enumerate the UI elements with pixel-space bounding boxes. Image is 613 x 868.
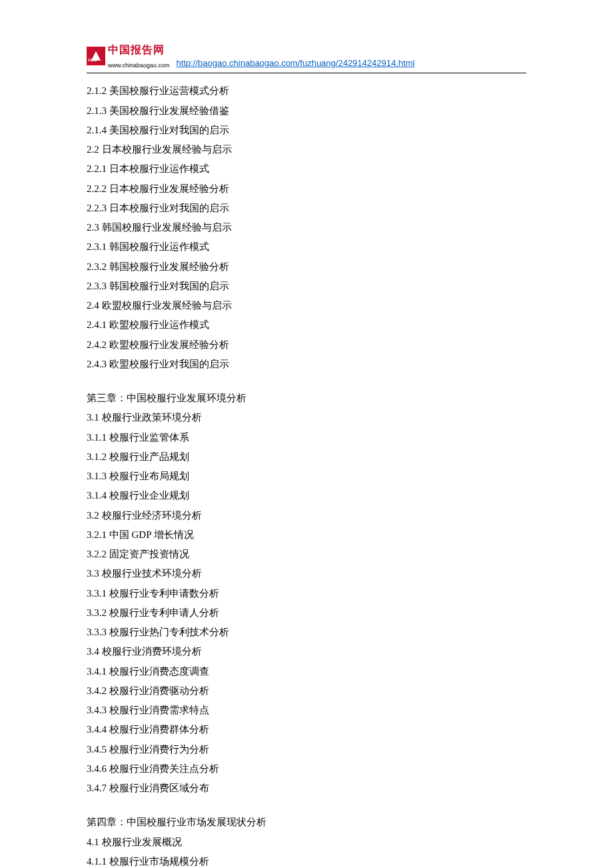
toc-item: 3.2.2 固定资产投资情况: [87, 545, 526, 564]
toc-item: 2.1.2 美国校服行业运营模式分析: [87, 81, 526, 101]
chapter-title: 第三章：中国校服行业发展环境分析: [87, 389, 526, 408]
header-link[interactable]: http://baogao.chinabaogao.com/fuzhuang/2…: [177, 55, 415, 72]
page-header: CBG 中国报告网 www.chinabaogao.com http://bao…: [87, 40, 526, 73]
logo-cbg-text: CBG: [88, 57, 97, 64]
toc-item: 2.4 欧盟校服行业发展经验与启示: [87, 296, 526, 315]
logo-subtitle: www.chinabaogao.com: [108, 60, 170, 71]
toc-item: 3.4.1 校服行业消费态度调查: [87, 662, 526, 681]
toc-item: 3.1.1 校服行业监管体系: [87, 428, 526, 447]
toc-item: 2.3.3 韩国校服行业对我国的启示: [87, 277, 526, 296]
toc-item: 2.4.2 欧盟校服行业发展经验分析: [87, 335, 526, 355]
toc-item: 3.3.2 校服行业专利申请人分析: [87, 603, 526, 623]
toc-item: 3.1.3 校服行业布局规划: [87, 467, 526, 486]
chapter-title: 第四章：中国校服行业市场发展现状分析: [87, 813, 526, 832]
logo-text-block: 中国报告网 www.chinabaogao.com: [108, 40, 170, 71]
toc-item: 3.1.2 校服行业产品规划: [87, 447, 526, 467]
toc-item: 2.2 日本校服行业发展经验与启示: [87, 140, 526, 159]
toc-item: 3.4.4 校服行业消费群体分析: [87, 720, 526, 739]
toc-item: 3.4.3 校服行业消费需求特点: [87, 701, 526, 720]
toc-item: 3.1.4 校服行业企业规划: [87, 486, 526, 505]
toc-content: 2.1.2 美国校服行业运营模式分析 2.1.3 美国校服行业发展经验借鉴 2.…: [87, 81, 526, 868]
toc-item: 2.2.3 日本校服行业对我国的启示: [87, 199, 526, 218]
toc-item: 3.4.6 校服行业消费关注点分析: [87, 759, 526, 779]
toc-item: 3.3 校服行业技术环境分析: [87, 564, 526, 583]
toc-item: 2.3 韩国校服行业发展经验与启示: [87, 218, 526, 237]
toc-item: 4.1 校服行业发展概况: [87, 833, 526, 852]
toc-item: 3.2.1 中国 GDP 增长情况: [87, 525, 526, 545]
toc-item: 3.4.2 校服行业消费驱动分析: [87, 681, 526, 701]
toc-item: 3.3.1 校服行业专利申请数分析: [87, 584, 526, 603]
toc-item: 2.3.2 韩国校服行业发展经验分析: [87, 257, 526, 277]
toc-item: 3.4.5 校服行业消费行为分析: [87, 740, 526, 759]
toc-item: 3.2 校服行业经济环境分析: [87, 506, 526, 525]
toc-item: 2.1.3 美国校服行业发展经验借鉴: [87, 101, 526, 121]
toc-item: 3.4 校服行业消费环境分析: [87, 642, 526, 661]
toc-item: 2.2.2 日本校服行业发展经验分析: [87, 179, 526, 199]
toc-item: 2.4.3 欧盟校服行业对我国的启示: [87, 355, 526, 374]
logo-block: CBG 中国报告网 www.chinabaogao.com: [87, 40, 170, 71]
toc-item: 3.1 校服行业政策环境分析: [87, 408, 526, 427]
toc-item: 2.1.4 美国校服行业对我国的启示: [87, 121, 526, 140]
toc-item: 2.3.1 韩国校服行业运作模式: [87, 237, 526, 257]
toc-item: 2.2.1 日本校服行业运作模式: [87, 159, 526, 179]
toc-item: 4.1.1 校服行业市场规模分析: [87, 852, 526, 868]
logo-title: 中国报告网: [108, 40, 170, 60]
toc-item: 3.4.7 校服行业消费区域分布: [87, 779, 526, 798]
logo-icon: CBG: [87, 47, 105, 65]
toc-item: 2.4.1 欧盟校服行业运作模式: [87, 315, 526, 335]
toc-item: 3.3.3 校服行业热门专利技术分析: [87, 623, 526, 642]
